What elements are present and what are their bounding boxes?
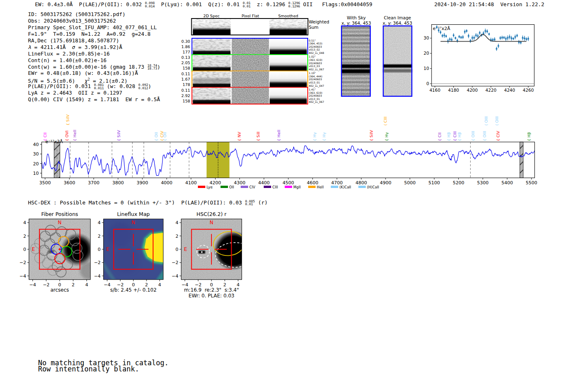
fiber-ytick: 2: [23, 234, 26, 239]
twod-col-title: Pixel Flat: [242, 14, 259, 18]
info-line: S/N = 5.5(±0.6) χ2 = 2.1(±0.2): [28, 77, 160, 83]
twod-row-weight: 2.05: [181, 60, 190, 65]
twod-row-id: (363, 619): [309, 91, 323, 94]
spec-xtick: 4900: [380, 180, 391, 186]
lineflux-north-label: N: [132, 220, 135, 225]
flux-data-point: [516, 35, 518, 37]
spec-xtick: 4500: [283, 180, 294, 186]
figure-shape: [269, 55, 307, 71]
flux-data-point: [499, 37, 501, 39]
figure-shape: [269, 19, 307, 35]
line-id-label: ( CIII: [383, 116, 388, 125]
hsc-xtick: 0: [210, 282, 213, 288]
figure-shape: [232, 39, 269, 55]
fiber-xtick: 2: [72, 282, 74, 288]
figure-shape: [108, 222, 133, 247]
spec-ytick: 30: [33, 151, 39, 157]
line-id-label: { CII: [437, 132, 442, 141]
line-id-label: { OII: [163, 132, 167, 141]
twod-row-id: (364, 453): [309, 42, 323, 45]
figure-shape: [232, 55, 269, 71]
twod-row-weight: 178: [183, 82, 190, 87]
fiber-title: Fiber Positions: [41, 211, 78, 217]
figure-shape: [193, 78, 230, 83]
flux-data-point: [460, 37, 462, 38]
info-line: P(LAE)/P(OII): 0.031 0.0810.011 (w: 0.02…: [28, 83, 160, 90]
lineflux-ytick: 2: [98, 234, 101, 239]
zoom-xtick: 4180: [448, 88, 459, 93]
flux-data-point: [477, 35, 479, 37]
twod-row-id: 402_LL_047: [309, 84, 324, 88]
hsc-xtick: 2: [223, 282, 226, 288]
figure-shape: [232, 88, 269, 104]
flux-data-point: [451, 39, 453, 41]
fiber-ytick: 4: [23, 220, 26, 225]
zoom-ytick: 20: [424, 51, 429, 56]
fiber-ytick: −2: [19, 260, 26, 265]
twod-row-id: 0.51": [309, 39, 316, 42]
figure-shape: [193, 39, 230, 55]
legend-label: CIV: [249, 185, 255, 189]
flux-data-point: [496, 48, 497, 50]
info-line: Primary Spec_Slot_IFU_AMP: 402_077_061_L…: [28, 24, 160, 31]
flux-data-point: [441, 35, 443, 37]
twod-row-weight: 177: [183, 50, 190, 54]
legend-swatch: [264, 186, 271, 188]
flux-data-point: [488, 33, 490, 35]
flux-data-point: [498, 45, 499, 47]
figure-shape: [193, 19, 230, 35]
catalog-footer-note: No matching targets in catalog.Row inten…: [38, 360, 169, 373]
lineflux-xtick: 2: [145, 282, 148, 288]
hsc-xtick: −2: [195, 282, 202, 288]
flux-data-point: [520, 42, 522, 44]
spec-xtick: 5300: [477, 180, 489, 186]
line-id-label: { HeII: [276, 130, 281, 141]
spec-xtick: 4800: [355, 180, 367, 186]
flux-data-point: [485, 30, 486, 32]
spec-xtick: 5200: [453, 180, 464, 186]
figure-shape: [383, 69, 412, 72]
flux-data-point: [503, 37, 505, 39]
twod-row-weight: 0.11: [181, 72, 190, 76]
stacked-uncertainty: 0.010.01: [243, 2, 251, 8]
line-id-label: ( OIII: [495, 116, 499, 126]
lineflux-xtick: −2: [117, 282, 123, 288]
twod-row-id: 1.41": [309, 88, 316, 91]
lineflux-ytick: 4: [98, 220, 101, 225]
math-symbol: λ: [28, 44, 31, 50]
info-line: RA,Dec (175.691818,48.507877): [28, 37, 160, 44]
figure-shape: [201, 251, 202, 253]
twod-row-weight: 1.67: [181, 77, 190, 81]
zoom-ytick: 10: [424, 66, 429, 71]
detection-trace-band: [383, 65, 412, 68]
flux-data-point: [462, 36, 464, 38]
legend-label: (K)CaII: [339, 185, 351, 189]
spec-axes-frame: [42, 142, 534, 178]
spec-ytick: 20: [33, 161, 39, 167]
stacked-uncertainty: 0.12960.1296: [288, 2, 300, 8]
figure-shape: [232, 19, 269, 35]
line-id-label: { Hβ: [446, 132, 451, 141]
fiber-east-label: E: [32, 246, 35, 252]
info-line: Obs: 20240603v013_5003175262: [28, 18, 160, 24]
spec-xtick: 5500: [526, 180, 537, 186]
spec-unit-label: e⁻¹⁷x2Å: [45, 139, 63, 144]
clean-title: Clean Image: [384, 15, 411, 20]
legend-label: (H)CaII: [367, 185, 379, 189]
line-id-label: { SiIV: [116, 130, 121, 141]
twod-row-id: (364, 444): [309, 75, 323, 78]
figure-shape: [269, 88, 307, 104]
zoom-ytick: 0: [426, 81, 429, 86]
flux-data-point: [514, 36, 516, 38]
line-id-label: { CIV: [496, 131, 500, 141]
legend-label: CIII: [272, 185, 278, 189]
lower-uncertainty: 0.014: [145, 5, 155, 8]
withsky-xy: x, y: 364, 453: [341, 21, 371, 26]
legend-swatch: [331, 186, 338, 188]
line-id-label: { Hβ: [457, 132, 462, 141]
spec-xtick: 3600: [64, 180, 75, 186]
flux-data-point: [492, 39, 494, 41]
spec-ytick: 10: [33, 171, 39, 176]
spec-xtick: 5100: [428, 180, 440, 186]
flux-data-point: [483, 32, 484, 34]
